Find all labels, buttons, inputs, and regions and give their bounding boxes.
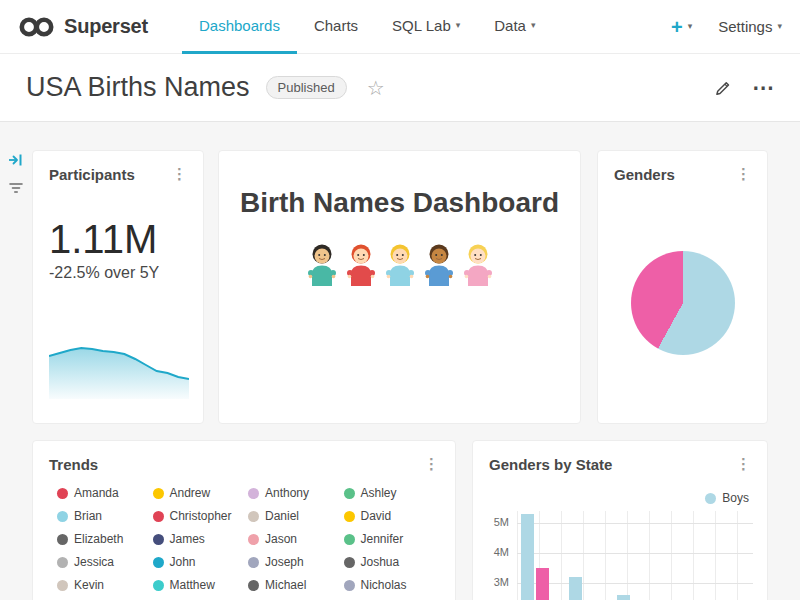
card-title: Trends [49,456,98,473]
kid-emoji [305,243,339,287]
kebab-menu-icon[interactable]: ⋮ [732,455,755,473]
nav-sql-lab[interactable]: SQL Lab ▾ [375,0,477,54]
legend-dot [344,534,355,545]
filter-rail [7,152,24,195]
legend-item[interactable]: Boys [705,491,749,505]
filter-icon[interactable] [8,181,24,195]
infinity-logo-icon [18,14,56,40]
participants-card: Participants ⋮ 1.11M -22.5% over 5Y [32,150,204,424]
trends-card: Trends ⋮ AmandaAndrewAnthonyAshleyBrianC… [32,440,456,600]
legend-item[interactable]: James [153,532,249,546]
chevron-down-icon: ▾ [688,22,693,31]
legend-item[interactable]: Matthew [153,578,249,592]
gstate-legend: Boys [705,491,749,505]
legend-label: Boys [722,491,749,505]
legend-dot [248,511,259,522]
legend-item[interactable]: Joshua [344,555,440,569]
card-title: Genders [614,166,675,183]
y-axis-label: 5M [473,516,509,528]
edit-icon[interactable] [714,79,732,97]
superset-app: Superset Dashboards Charts SQL Lab ▾ Dat… [0,0,800,600]
genders-by-state-card: Genders by State ⋮ Boys 5M4M3M [472,440,768,600]
legend-dot [344,580,355,591]
legend-item[interactable]: Christopher [153,509,249,523]
legend-item[interactable]: John [153,555,249,569]
kebab-menu-icon[interactable]: ⋮ [732,165,755,183]
legend-label: Christopher [170,509,232,523]
superset-logo[interactable]: Superset [18,14,148,40]
legend-label: Joseph [265,555,304,569]
legend-label: Kevin [74,578,104,592]
kebab-menu-icon[interactable]: ⋮ [168,165,191,183]
legend-dot [344,557,355,568]
legend-dot [344,488,355,499]
legend-item[interactable]: Brian [57,509,153,523]
card-header: Trends ⋮ [33,441,455,473]
legend-label: Matthew [170,578,215,592]
legend-item[interactable]: Daniel [248,509,344,523]
legend-dot [153,557,164,568]
legend-item[interactable]: Jessica [57,555,153,569]
kid-emoji [422,243,456,287]
legend-label: Ashley [361,486,397,500]
bar-boys [617,595,630,600]
legend-dot [705,493,716,504]
dashboard-title: USA Births Names [26,72,250,103]
big-number-subheader: -22.5% over 5Y [49,264,203,282]
kid-emoji [461,243,495,287]
nav-label: Charts [314,17,358,34]
kebab-menu-icon[interactable]: ⋮ [420,455,443,473]
published-badge[interactable]: Published [266,76,347,99]
legend-dot [153,580,164,591]
nav-label: Data [494,17,526,34]
favorite-star-icon[interactable]: ☆ [367,76,385,100]
bar-boys [521,514,534,600]
nav-data[interactable]: Data ▾ [477,0,552,54]
legend-dot [248,580,259,591]
dashboard-header: USA Births Names Published ☆ ⋯ [0,54,800,122]
plus-icon: + [671,17,683,37]
legend-item[interactable]: Amanda [57,486,153,500]
legend-item[interactable]: Andrew [153,486,249,500]
legend-dot [57,511,68,522]
bar-boys [569,577,582,600]
nav-dashboards[interactable]: Dashboards [182,0,297,54]
legend-label: Jennifer [361,532,404,546]
new-item-button[interactable]: + ▾ [671,17,692,37]
legend-label: Jason [265,532,297,546]
legend-item[interactable]: Anthony [248,486,344,500]
kids-row [219,243,580,287]
nav-charts[interactable]: Charts [297,0,375,54]
header-actions: ⋯ [714,77,774,99]
markdown-card: Birth Names Dashboard [218,150,581,424]
y-axis-label: 3M [473,576,509,588]
big-number: 1.11M [49,217,203,262]
top-navbar: Superset Dashboards Charts SQL Lab ▾ Dat… [0,0,800,54]
legend-item[interactable]: Jason [248,532,344,546]
card-header: Genders by State ⋮ [473,441,767,473]
legend-item[interactable]: Nicholas [344,578,440,592]
genders-pie [631,251,735,355]
legend-item[interactable]: Elizabeth [57,532,153,546]
legend-label: Joshua [361,555,400,569]
legend-dot [57,580,68,591]
legend-item[interactable]: Kevin [57,578,153,592]
settings-label: Settings [718,18,772,35]
chevron-down-icon: ▾ [531,21,536,30]
nav-label: Dashboards [199,17,280,34]
legend-dot [57,534,68,545]
brand-name: Superset [64,15,148,38]
participants-sparkline [49,339,189,399]
legend-label: Andrew [170,486,211,500]
legend-item[interactable]: Joseph [248,555,344,569]
legend-item[interactable]: Ashley [344,486,440,500]
legend-label: Brian [74,509,102,523]
more-actions-icon[interactable]: ⋯ [752,77,774,99]
legend-item[interactable]: David [344,509,440,523]
settings-menu[interactable]: Settings ▾ [718,18,782,35]
legend-item[interactable]: Jennifer [344,532,440,546]
legend-item[interactable]: Michael [248,578,344,592]
legend-label: David [361,509,392,523]
expand-filter-bar-icon[interactable] [7,152,24,168]
legend-label: James [170,532,205,546]
